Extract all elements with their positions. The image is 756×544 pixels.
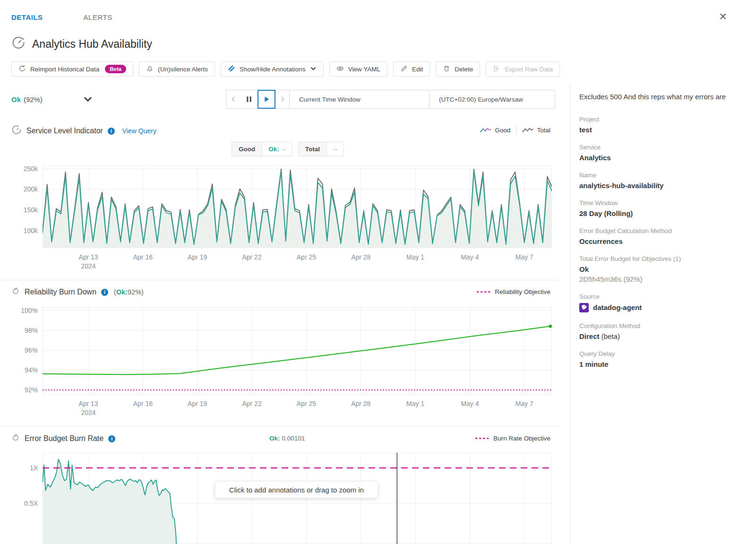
x-tick-label: May 7 bbox=[515, 399, 533, 408]
timezone-select[interactable]: (UTC+02:00) Europe/Warsaw bbox=[430, 90, 555, 108]
button-label: Show/Hide Annotations bbox=[240, 66, 306, 73]
view-yaml-button[interactable]: View YAML bbox=[329, 61, 387, 77]
field-value: test bbox=[579, 126, 736, 134]
title-row: Analytics Hub Availability bbox=[11, 36, 152, 52]
y-tick-label: 150k bbox=[9, 206, 38, 214]
next-window-button[interactable] bbox=[275, 90, 290, 108]
sli-chart[interactable]: 250k200k150k100kApr 132024Apr 16Apr 19Ap… bbox=[43, 165, 552, 248]
export-raw-data-button[interactable]: Export Raw Data bbox=[486, 61, 560, 77]
burnrate-plot[interactable] bbox=[43, 453, 552, 544]
stat-label: Total bbox=[299, 142, 327, 156]
status-percent: (92%) bbox=[24, 95, 43, 104]
sidebar-field: ServiceAnalytics bbox=[579, 144, 736, 162]
sidebar-field: Total Error Budget for Objectives (1)Ok2… bbox=[579, 255, 736, 283]
chart-annotation-tooltip: Click to add annotations or drag to zoom… bbox=[215, 481, 378, 498]
sli-legend: Good Total bbox=[480, 126, 550, 134]
view-query-link[interactable]: View Query bbox=[122, 127, 156, 135]
burnrate-title: Error Budget Burn Rate bbox=[25, 434, 103, 443]
pause-button[interactable] bbox=[241, 90, 258, 108]
slo-gauge-icon bbox=[11, 36, 26, 52]
reimport-historical-data-button[interactable]: Reimport Historical Data Beta bbox=[11, 61, 133, 77]
sidebar-field: Time Window28 Day (Rolling) bbox=[579, 199, 736, 217]
refresh-icon bbox=[18, 65, 26, 74]
sli-title: Service Level Indicator bbox=[26, 127, 103, 135]
y-tick-label: 100k bbox=[9, 227, 38, 234]
tab-details[interactable]: DETAILS bbox=[11, 13, 43, 21]
time-travel-bar: Current Time Window (UTC+02:00) Europe/W… bbox=[226, 90, 555, 109]
section-divider bbox=[0, 280, 559, 280]
field-label: Service bbox=[579, 144, 736, 151]
x-tick-label: Apr 19 bbox=[188, 253, 207, 262]
x-tick-label: Apr 28 bbox=[351, 399, 370, 408]
edit-button[interactable]: Edit bbox=[393, 61, 430, 77]
info-icon[interactable]: i bbox=[108, 435, 115, 442]
field-value: Ok bbox=[579, 265, 736, 273]
burndown-chart[interactable]: 100%98%96%94%92%Apr 132024Apr 16Apr 19Ap… bbox=[43, 307, 552, 395]
flame-icon bbox=[11, 433, 20, 444]
close-icon[interactable]: × bbox=[719, 10, 727, 23]
field-value: Analytics bbox=[579, 154, 736, 162]
prev-window-button[interactable] bbox=[226, 90, 241, 108]
field-subvalue: 2D5h45m36s (92%) bbox=[579, 275, 736, 283]
x-tick-label: Apr 132024 bbox=[78, 399, 98, 417]
play-button[interactable] bbox=[258, 90, 275, 109]
sli-plot[interactable] bbox=[43, 165, 552, 248]
button-label: (Un)silence Alerts bbox=[158, 66, 208, 73]
burnrate-chart[interactable]: 1X0.5X bbox=[43, 453, 552, 544]
objective-status-dropdown[interactable]: Ok (92%) bbox=[11, 95, 93, 104]
info-icon[interactable]: i bbox=[108, 128, 115, 135]
flame-icon bbox=[11, 286, 20, 298]
legend-total[interactable]: Total bbox=[522, 127, 550, 134]
stat-label: Good bbox=[232, 142, 262, 156]
y-tick-label: 0.5X bbox=[9, 500, 38, 507]
y-tick-label: 94% bbox=[9, 366, 38, 374]
time-window-select[interactable]: Current Time Window bbox=[290, 90, 430, 108]
x-tick-label: Apr 25 bbox=[297, 399, 316, 408]
status-ok-label: Ok bbox=[11, 95, 21, 104]
pencil-icon bbox=[400, 65, 408, 74]
bell-icon bbox=[146, 65, 154, 74]
x-tick-label: May 7 bbox=[515, 253, 533, 262]
field-value: analytics-hub-availability bbox=[579, 181, 736, 190]
annotations-icon bbox=[228, 65, 235, 74]
sidebar-fields: ProjecttestServiceAnalyticsNameanalytics… bbox=[579, 116, 736, 368]
field-label: Name bbox=[579, 172, 736, 179]
y-tick-label: 100% bbox=[9, 307, 38, 314]
field-value: Occurrences bbox=[579, 237, 736, 245]
button-label: View YAML bbox=[348, 66, 380, 73]
burnrate-ok-value: Ok:0.00101 bbox=[269, 435, 305, 442]
info-icon[interactable]: i bbox=[101, 289, 108, 296]
button-label: Reimport Historical Data bbox=[30, 66, 99, 73]
legend-label: Burn Rate Objective bbox=[493, 435, 550, 442]
legend-label: Reliability Objective bbox=[495, 288, 550, 295]
page-title: Analytics Hub Availability bbox=[32, 38, 152, 51]
unsilence-alerts-button[interactable]: (Un)silence Alerts bbox=[139, 61, 215, 77]
y-tick-label: 1X bbox=[9, 464, 38, 472]
legend-divider bbox=[516, 126, 516, 134]
slo-description: Excludes 500 And this reps what my error… bbox=[579, 92, 736, 103]
delete-button[interactable]: Delete bbox=[436, 61, 480, 77]
burndown-plot[interactable] bbox=[43, 307, 552, 395]
toolbar: Reimport Historical Data Beta (Un)silenc… bbox=[11, 61, 560, 77]
legend-good[interactable]: Good bbox=[480, 127, 510, 134]
x-tick-label: Apr 22 bbox=[242, 399, 261, 408]
beta-badge: Beta bbox=[105, 65, 126, 73]
sidebar-field: Configuration MethodDirect (beta) bbox=[579, 322, 736, 340]
x-tick-label: May 1 bbox=[406, 399, 424, 408]
tab-alerts[interactable]: ALERTS bbox=[84, 13, 112, 21]
field-label: Time Window bbox=[579, 199, 736, 207]
show-hide-annotations-button[interactable]: Show/Hide Annotations bbox=[221, 61, 324, 77]
gauge-icon bbox=[11, 125, 22, 137]
details-sidebar: Excludes 500 And this reps what my error… bbox=[570, 84, 756, 544]
sidebar-field: Sourcedatadog-agent bbox=[579, 293, 736, 312]
chevron-down-icon bbox=[83, 95, 93, 104]
x-tick-label: Apr 25 bbox=[297, 253, 316, 262]
burnrate-section-header: Error Budget Burn Rate i bbox=[11, 433, 115, 444]
x-tick-label: Apr 16 bbox=[133, 399, 153, 408]
export-icon bbox=[493, 65, 500, 74]
field-label: Query Delay bbox=[579, 350, 736, 357]
total-line-icon bbox=[522, 127, 533, 133]
section-divider bbox=[0, 426, 559, 427]
good-line-icon bbox=[480, 127, 491, 133]
chevron-down-icon bbox=[310, 65, 317, 73]
